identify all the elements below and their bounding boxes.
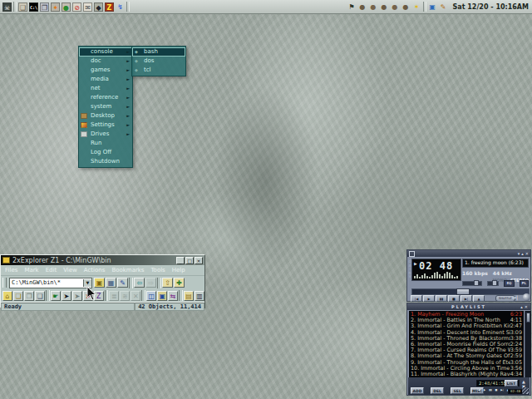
menu-item-desktop[interactable]: Desktop ►	[79, 111, 132, 121]
resize-grip[interactable]	[522, 387, 529, 394]
clutterbar[interactable]: OAIDV	[408, 260, 411, 279]
submenu-item-bash[interactable]: ◆ bash	[132, 47, 185, 57]
playlist-item[interactable]: 10. Immortal - Circling Above in Time Be…	[411, 366, 524, 372]
playlist-titlebar[interactable]: PLAYLIST ▴ ✕	[407, 303, 530, 310]
playlist-item[interactable]: 5. Immortal - Throned By Blackstorms3:38	[411, 336, 524, 342]
mark-cursor-icon[interactable]: ➤	[62, 291, 71, 301]
eq-toggle-button[interactable]: EQ	[504, 280, 514, 287]
mini-prev-button[interactable]: |◀	[476, 388, 481, 392]
select-button[interactable]: SEL	[451, 387, 464, 394]
cancel-icon[interactable]: ✕	[131, 291, 140, 301]
mini-play-button[interactable]: ▶	[482, 388, 487, 392]
playlist-shade-button[interactable]: ▴	[520, 304, 523, 309]
folder-up-icon[interactable]: ⇧	[162, 278, 173, 288]
window-app-icon[interactable]: ❐	[40, 2, 49, 12]
menu-edit[interactable]: Edit	[46, 267, 57, 273]
menu-view[interactable]: View	[63, 267, 77, 273]
menu-item-net[interactable]: net ►	[79, 84, 132, 93]
ungroup-icon[interactable]: ≋	[120, 291, 130, 301]
menu-item-run[interactable]: Run	[79, 139, 132, 148]
track-title-marquee[interactable]: 1. freezing moon (6:23)	[462, 259, 529, 268]
submenu-item-tcl[interactable]: ◆ tcl	[132, 66, 185, 75]
crow-icon[interactable]: ◆	[94, 2, 103, 12]
menu-item-log-off[interactable]: Log Off	[79, 148, 132, 157]
opera-icon[interactable]: ⊘	[72, 2, 81, 12]
play-button[interactable]: ▶	[423, 295, 435, 302]
menu-item-reference[interactable]: reference ►	[79, 93, 132, 102]
stop-button[interactable]: ■	[448, 295, 460, 302]
pointer-icon[interactable]: ➤	[72, 291, 82, 301]
playlist-item[interactable]: 1. Mayhem - Freezing Moon6:23	[411, 312, 524, 318]
duck-icon[interactable]: ●	[380, 2, 389, 12]
balance-slider[interactable]	[487, 281, 499, 286]
image-view-icon[interactable]: ▦	[106, 278, 116, 288]
playlist-item[interactable]: 11. Immortal - Blashyrkh (Mighty Raven D…	[411, 372, 524, 377]
menu-item-games[interactable]: games ►	[79, 66, 132, 75]
menu-bookmarks[interactable]: Bookmarks	[111, 267, 144, 273]
winamp-close-button[interactable]: ✕	[525, 251, 529, 256]
lightning-icon[interactable]: ↯	[116, 2, 125, 12]
winzip-icon[interactable]: Z	[105, 2, 114, 12]
sparkle-icon[interactable]: ✶	[412, 2, 421, 12]
volume-slider[interactable]	[462, 281, 482, 286]
clock[interactable]: Sat 12/20 - 10:16AM	[451, 3, 532, 11]
skull-launcher-icon[interactable]: ☠	[2, 2, 12, 12]
browse-pane-icon[interactable]: ▣	[157, 291, 167, 301]
winamp-titlebar[interactable]: ▾ ▴ ✕	[407, 250, 530, 257]
mail-icon[interactable]: ✉	[83, 2, 92, 12]
playlist-item[interactable]: 8. Immortal - At The Stormy Gates Of Mis…	[411, 353, 524, 359]
edit-path-icon[interactable]: ✎	[117, 278, 128, 288]
address-combobox[interactable]: C:\MinGW\bin\* ▼	[9, 278, 92, 288]
pause-button[interactable]: ▮▮	[436, 295, 447, 302]
group-icon[interactable]: ≣	[109, 291, 119, 301]
menu-item-doc[interactable]: doc ►	[79, 57, 132, 66]
plant-icon[interactable]: ●	[62, 2, 71, 12]
torch-icon[interactable]: ✦	[51, 2, 60, 12]
duck-icon[interactable]: ●	[401, 2, 411, 12]
elapsed-time[interactable]: 02 48	[419, 260, 453, 272]
playlist-close-button[interactable]: ✕	[525, 304, 528, 309]
playlist-item[interactable]: 6. Immortal - Moonrise Fields Of Sorrow2…	[411, 342, 524, 347]
new-folder-icon[interactable]: ✚	[174, 278, 185, 288]
dual-pane-icon[interactable]: ◫	[146, 291, 156, 301]
list-button[interactable]: LIST	[505, 380, 518, 387]
add-button[interactable]: ADD	[411, 387, 424, 394]
duck-icon[interactable]: ●	[391, 2, 400, 12]
playlist-item[interactable]: 3. Immortal - Grim And Frostbitten Kingd…	[411, 323, 524, 329]
submenu-item-dos[interactable]: ◆ dos	[132, 57, 185, 66]
repeat-icon[interactable]: →|	[512, 294, 518, 300]
mini-stop-button[interactable]: ■	[494, 388, 499, 392]
stamp-icon[interactable]: ☛	[51, 291, 61, 301]
properties-icon[interactable]: ▤	[184, 291, 194, 301]
menu-files[interactable]: Files	[5, 267, 17, 273]
remove-button[interactable]: DEL	[431, 387, 444, 394]
menu-item-drives[interactable]: Drives ►	[79, 130, 132, 139]
menu-help[interactable]: Help	[172, 267, 185, 273]
playlist-scrollbar[interactable]	[525, 311, 531, 377]
close-button[interactable]: ×	[195, 257, 203, 264]
menu-tools[interactable]: Tools	[151, 267, 165, 273]
playlist-item[interactable]: 4. Immortal - Descent Into Eminent Silen…	[411, 330, 524, 336]
address-input[interactable]: C:\MinGW\bin\*	[10, 279, 83, 286]
back-icon[interactable]: ⇦	[134, 278, 145, 288]
playlist-toggle-button[interactable]: PL	[520, 280, 529, 287]
display-settings-icon[interactable]: ▣	[428, 2, 437, 12]
command-prompt-icon[interactable]: C:\	[29, 2, 38, 12]
next-button[interactable]: ▶|	[461, 295, 472, 302]
spectrum-analyzer[interactable]	[414, 271, 458, 278]
eject-button[interactable]: ▲	[473, 295, 485, 302]
duck-icon[interactable]: ●	[369, 2, 378, 12]
swap-panes-icon[interactable]: ⇆	[168, 291, 178, 301]
menu-item-system[interactable]: system ►	[79, 102, 132, 111]
menu-actions[interactable]: Actions	[84, 267, 106, 273]
playlist-item[interactable]: 2. Immortal - Battles In The North4:11	[411, 318, 524, 323]
explorer-titlebar[interactable]: 2xExplorer Z1 - C:\MinGW\bin _ □ ×	[1, 255, 204, 265]
exit-icon[interactable]: ▥	[195, 291, 204, 301]
playlist-item[interactable]: 9. Immortal - Through the Halls of Etern…	[411, 360, 524, 366]
menu-item-media[interactable]: media ►	[79, 75, 132, 84]
toolbar-grip[interactable]	[2, 278, 7, 288]
winamp-display[interactable]: OAIDV ▶ 02 48	[411, 259, 461, 281]
winamp-minimize-button[interactable]: ▾	[518, 251, 520, 256]
mini-next-button[interactable]: ▶|	[500, 388, 505, 392]
menu-item-shutdown[interactable]: Shutdown	[79, 157, 132, 166]
